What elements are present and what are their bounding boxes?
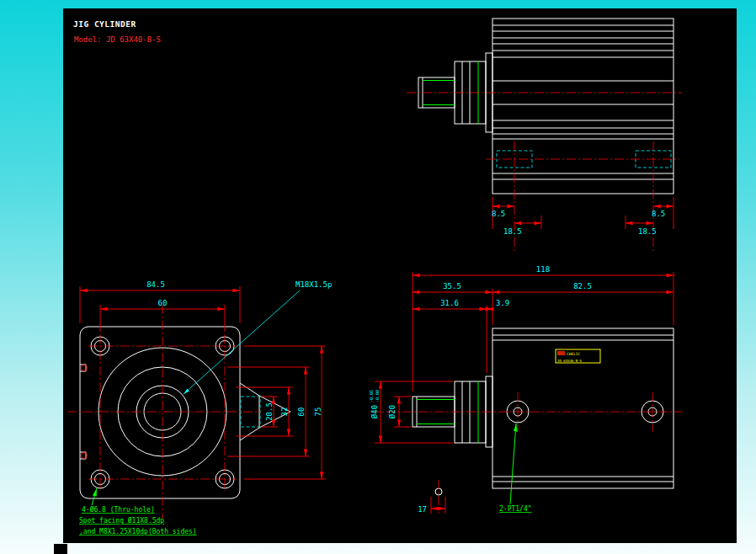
front-view-dimensions: 84.5 60 20.5 32 60 75 M18X1.5p	[80, 280, 332, 479]
dim-rod-len-label: 31.6	[440, 299, 459, 307]
dim-bolt-h-label: 60	[158, 299, 168, 307]
dim-boss-label: 32	[280, 408, 289, 417]
dim-port-depth-label: 20.5	[265, 402, 274, 421]
nameplate: CHELIC JD 63X40-B-S	[556, 349, 600, 363]
drawing-model-label: Model: JD 63X40-B-S	[74, 35, 161, 44]
dim-edge-left-label: 8.5	[492, 210, 505, 218]
dim-rod-ext-label: 35.5	[443, 282, 461, 290]
front-view-geometry	[80, 327, 290, 498]
flange-outline	[80, 327, 240, 498]
front-view-centerlines	[67, 305, 261, 519]
dim-width-label: 84.5	[146, 280, 165, 289]
side-view-thread-lines	[417, 381, 478, 443]
top-view-extension-lines	[492, 197, 673, 229]
note-thru-hole: 4-Ø6.8 (Thru-hole)	[82, 505, 155, 514]
dim-boss-tol-lower: -0.08	[375, 390, 380, 402]
note-spot-facing: Spot facing Ø11X8.5dp	[79, 516, 164, 525]
notes-leader-line	[92, 488, 97, 505]
dim-boss-tol-upper: -0.05	[369, 390, 374, 402]
dim-port-left-label: 18.5	[503, 227, 522, 236]
dim-body-label: 82.5	[573, 282, 592, 290]
dim-rod-dia-label: Ø20	[388, 405, 397, 418]
top-view-dimensions: 8.5 18.5 8.5 18.5	[492, 197, 673, 236]
thread-leader-line	[184, 290, 300, 394]
nameplate-logo	[557, 351, 565, 355]
nameplate-brand: CHELIC	[567, 352, 581, 356]
cad-drawing: JIG CYLINDER Model: JD 63X40-B-S	[63, 8, 737, 543]
thread-label: M18X1.5p	[295, 280, 332, 289]
note-tap: ,and M8X1.25X10dp(Both sides)	[79, 528, 197, 535]
dim-nut-label: 3.9	[496, 299, 509, 307]
dim-bolt-v-label: 75	[314, 408, 322, 417]
side-view: CHELIC JD 63X40-B-S	[369, 265, 682, 514]
dim-port-right-label: 18.5	[638, 227, 657, 236]
front-view-notes: 4-Ø6.8 (Thru-hole) Spot facing Ø11X8.5dp…	[79, 488, 197, 535]
top-view: 8.5 18.5 8.5 18.5	[407, 19, 682, 251]
dim-port-pos-label: 17	[418, 505, 427, 514]
dim-boss-dia-label: Ø40	[370, 405, 379, 418]
front-view-extension-lines	[80, 286, 326, 479]
dim-total-label: 118	[536, 265, 550, 274]
front-view: 84.5 60 20.5 32 60 75 M18X1.5p 4-Ø6.8 (T…	[67, 280, 332, 535]
cad-drawing-canvas[interactable]: JIG CYLINDER Model: JD 63X40-B-S	[63, 8, 737, 543]
nameplate-model: JD 63X40-B-S	[557, 359, 582, 363]
drawing-title: JIG CYLINDER	[73, 19, 136, 29]
port-leader-line	[510, 423, 516, 504]
side-view-extension-lines	[375, 272, 673, 514]
black-corner-artifact	[54, 544, 67, 554]
dim-edge-right-label: 8.5	[652, 210, 665, 218]
desktop-background: JIG CYLINDER Model: JD 63X40-B-S	[0, 0, 756, 554]
dim-pilot-label: 60	[297, 408, 306, 417]
port-label: 2-PT1/4"	[499, 505, 532, 513]
